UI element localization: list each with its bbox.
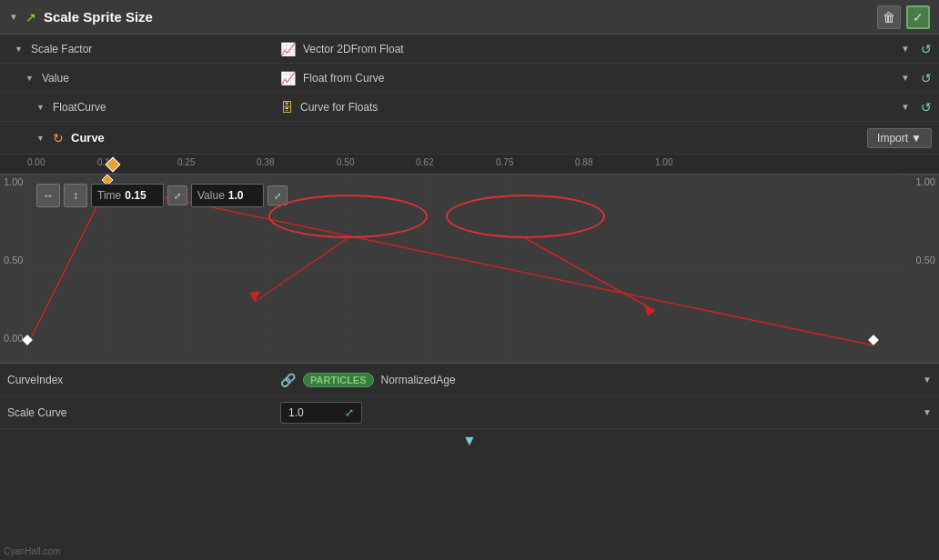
float-curve-arrow[interactable]: ▼ xyxy=(36,103,47,112)
expand-vertical-button[interactable]: ↕ xyxy=(64,184,87,207)
scale-curve-input[interactable]: 1.0 ⤢ xyxy=(280,402,362,424)
scale-curve-expand-icon: ⤢ xyxy=(345,406,354,419)
scale-factor-arrow[interactable]: ▼ xyxy=(15,45,25,54)
float-curve-dropdown[interactable]: ▼ xyxy=(901,102,910,112)
tick-4: 0.50 xyxy=(337,157,354,167)
value-label-field: Value xyxy=(197,189,225,202)
curve-label: Curve xyxy=(71,131,105,145)
scale-factor-label: Scale Factor xyxy=(31,43,92,55)
scale-curve-label: Scale Curve xyxy=(7,406,280,419)
curve-index-label: CurveIndex xyxy=(7,374,280,386)
float-curve-icon: 📈 xyxy=(280,71,296,85)
import-label: Import xyxy=(877,132,908,145)
float-curve-reset[interactable]: ↺ xyxy=(921,100,932,115)
vector2d-icon: 📈 xyxy=(280,42,296,56)
float-curve-type: Curve for Floats xyxy=(300,101,378,114)
scale-curve-value: 1.0 ⤢ ▼ xyxy=(280,402,932,424)
curve-index-link-icon: 🔗 xyxy=(280,373,296,387)
curve-toolbar: ↔ ↕ Time 0.15 ⤢ Value 1.0 ⤢ xyxy=(36,184,288,207)
property-section: ▼ Scale Factor 📈 Vector 2DFrom Float ▼ ↺… xyxy=(0,35,939,122)
expand-horizontal-button[interactable]: ↔ xyxy=(36,184,60,207)
scale-factor-label-col: ▼ Scale Factor xyxy=(7,43,280,55)
curve-index-dropdown[interactable]: ▼ xyxy=(923,375,932,385)
tick-5: 0.62 xyxy=(416,157,433,167)
value-reset[interactable]: ↺ xyxy=(921,71,932,85)
scale-factor-dropdown[interactable]: ▼ xyxy=(901,44,910,54)
scale-curve-val: 1.0 xyxy=(288,406,304,419)
normalized-age-text: NormalizedAge xyxy=(381,374,456,386)
time-value: 0.15 xyxy=(125,189,146,202)
curve-index-row: CurveIndex 🔗 PARTICLES NormalizedAge ▼ xyxy=(0,364,939,396)
tick-6: 0.75 xyxy=(496,157,513,167)
scale-curve-dropdown[interactable]: ▼ xyxy=(923,407,932,417)
value-val: 1.0 xyxy=(228,189,244,202)
main-container: ▼ ↗ Scale Sprite Size 🗑 ✓ ▼ Scale Factor… xyxy=(0,0,939,560)
scale-factor-row: ▼ Scale Factor 📈 Vector 2DFrom Float ▼ ↺ xyxy=(0,35,939,64)
value-type: Float from Curve xyxy=(303,72,384,85)
time-field[interactable]: Time 0.15 xyxy=(91,184,164,207)
value-label-col: ▼ Value xyxy=(7,72,280,85)
curve-label-col: ▼ ↻ Curve xyxy=(7,131,280,145)
curve-header-row: ▼ ↻ Curve Import ▼ xyxy=(0,122,939,155)
particles-badge: PARTICLES xyxy=(303,373,374,387)
curve-editor[interactable]: 0.00 0.12 0.25 0.38 0.50 0.62 0.75 0.88 … xyxy=(0,155,939,364)
import-dropdown-icon: ▼ xyxy=(911,132,922,145)
header: ▼ ↗ Scale Sprite Size 🗑 ✓ xyxy=(0,0,939,35)
float-curve-label-col: ▼ FloatCurve xyxy=(7,101,280,114)
float-curve-value: 🗄 Curve for Floats ▼ ↺ xyxy=(280,100,932,115)
bottom-section: CurveIndex 🔗 PARTICLES NormalizedAge ▼ S… xyxy=(0,364,939,560)
watermark: CyanHall.com xyxy=(4,546,60,556)
value-label: Value xyxy=(42,72,69,85)
time-expand-button[interactable]: ⤢ xyxy=(167,185,187,205)
value-field[interactable]: Value 1.0 xyxy=(191,184,264,207)
float-curve-row: ▼ FloatCurve 🗄 Curve for Floats ▼ ↺ xyxy=(0,93,939,122)
curve-arrow[interactable]: ▼ xyxy=(36,134,47,143)
module-icon: ↗ xyxy=(25,10,36,25)
enable-checkbox[interactable]: ✓ xyxy=(906,5,930,29)
filter-row: ▼ xyxy=(0,429,939,453)
scale-curve-row: Scale Curve 1.0 ⤢ ▼ xyxy=(0,396,939,429)
module-title: Scale Sprite Size xyxy=(44,9,153,25)
value-expand-button[interactable]: ⤢ xyxy=(268,185,288,205)
value-value: 📈 Float from Curve ▼ ↺ xyxy=(280,71,932,85)
tick-7: 0.88 xyxy=(575,157,592,167)
collapse-arrow[interactable]: ▼ xyxy=(9,12,18,22)
float-curve-label: FloatCurve xyxy=(53,101,106,114)
tick-0: 0.00 xyxy=(27,157,45,167)
import-button[interactable]: Import ▼ xyxy=(867,128,932,148)
curve-canvas[interactable]: 1.00 0.50 0.00 1.00 0.50 xyxy=(0,175,939,364)
curve-ruler: 0.00 0.12 0.25 0.38 0.50 0.62 0.75 0.88 … xyxy=(0,155,939,175)
tick-8: 1.00 xyxy=(655,157,672,167)
tick-2: 0.25 xyxy=(177,157,195,167)
scale-factor-reset[interactable]: ↺ xyxy=(921,42,932,56)
svg-marker-13 xyxy=(868,335,879,345)
curve-rotate-icon: ↻ xyxy=(53,131,64,145)
header-left: ▼ ↗ Scale Sprite Size xyxy=(9,9,153,25)
header-actions: 🗑 ✓ xyxy=(877,5,930,29)
value-dropdown[interactable]: ▼ xyxy=(901,73,910,83)
time-label: Time xyxy=(97,189,121,202)
delete-button[interactable]: 🗑 xyxy=(877,5,901,29)
value-row: ▼ Value 📈 Float from Curve ▼ ↺ xyxy=(0,64,939,93)
curve-floats-icon: 🗄 xyxy=(280,100,293,115)
svg-marker-12 xyxy=(22,335,33,345)
tick-3: 0.38 xyxy=(257,157,274,167)
scale-factor-type: Vector 2DFrom Float xyxy=(303,43,404,55)
filter-icon[interactable]: ▼ xyxy=(462,433,477,449)
scale-factor-value: 📈 Vector 2DFrom Float ▼ ↺ xyxy=(280,42,932,56)
value-arrow[interactable]: ▼ xyxy=(25,74,36,83)
curve-index-value: 🔗 PARTICLES NormalizedAge ▼ xyxy=(280,373,932,387)
